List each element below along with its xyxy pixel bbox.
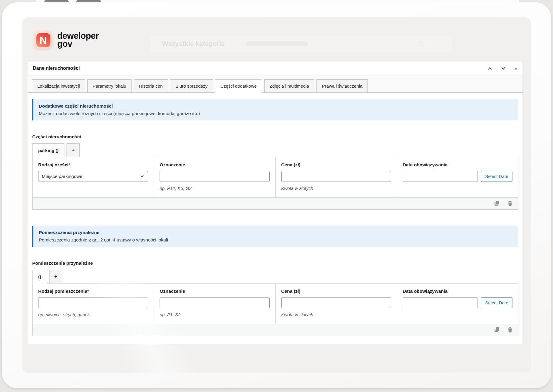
oznaczenie-input[interactable]	[160, 171, 269, 182]
notice-title: Dodatkowe części nieruchomości	[39, 103, 513, 109]
cena-input-2[interactable]	[281, 297, 391, 308]
search-category-dropdown[interactable]: Wszystkie kategorie	[162, 40, 225, 48]
metabox-title: Dane nieruchomości	[33, 66, 80, 71]
group1-field-row: Rodzaj części* Miejsce parkingowe	[33, 157, 518, 197]
logo-icon: N	[34, 30, 53, 49]
rodzaj-czesci-select[interactable]: Miejsce parkingowe	[38, 171, 148, 182]
metabox-tab-bar: Lokalizacja inwestycji Parametry lokalu …	[28, 75, 523, 93]
rodzaj-pomieszczenia-input[interactable]	[38, 297, 148, 308]
logo-wordmark: deweloper gov	[57, 32, 99, 48]
group2-field-row: Rodzaj pomieszczenia* np. piwnica, stryc…	[33, 283, 518, 324]
tab-panel-czesci-dodatkowe: Dodatkowe części nieruchomości Możesz do…	[28, 93, 523, 344]
field-label: Rodzaj pomieszczenia	[38, 289, 87, 294]
field-hint: Kwota w złotych	[281, 312, 391, 317]
delete-row-button[interactable]	[507, 200, 513, 207]
tab-prawa-i-swiadczenia[interactable]: Prawa i świadczenia	[316, 79, 368, 93]
required-mark: *	[87, 289, 89, 294]
duplicate-icon	[494, 327, 500, 333]
collapse-toggle-button[interactable]	[514, 66, 518, 70]
field-rodzaj-czesci: Rodzaj części* Miejsce parkingowe	[33, 157, 154, 197]
logo-letter-mark: N	[36, 33, 50, 47]
group2-box: Rodzaj pomieszczenia* np. piwnica, stryc…	[32, 283, 518, 336]
field-label: Rodzaj części	[38, 162, 69, 167]
app-screen: N deweloper gov Wszystkie kategorie	[22, 17, 531, 373]
logo-line2: gov	[57, 40, 99, 48]
metabox-dane-nieruchomosci: Dane nieruchomości Lokalizacja inwestycj…	[28, 61, 523, 344]
tab-czesci-dodatkowe[interactable]: Części dodatkowe	[215, 79, 262, 93]
field-data-obowiazywania-2: Data obowiązywania Select Date	[397, 283, 518, 324]
duplicate-icon	[494, 200, 500, 207]
select-date-button[interactable]: Select Date	[481, 171, 512, 182]
notice-text: Pomieszczenia zgodnie z art. 2 ust. 4 us…	[39, 237, 513, 243]
delete-row-button-2[interactable]	[507, 327, 513, 333]
data-obowiazywania-input-2[interactable]	[403, 297, 478, 308]
notice-title: Pomieszczenia przynależne	[39, 230, 513, 235]
notice-pomieszczenia-przynalezne: Pomieszczenia przynależne Pomieszczenia …	[32, 226, 518, 247]
group1-row-tabs: parking () +	[32, 143, 518, 157]
search-icon[interactable]	[417, 40, 425, 48]
field-data-obowiazywania: Data obowiązywania Select Date	[397, 157, 518, 197]
notice-dodatkowe-czesci: Dodatkowe części nieruchomości Możesz do…	[32, 99, 518, 120]
group2-row-actions	[33, 324, 518, 336]
field-hint: np. P1, S2	[160, 312, 269, 317]
data-obowiazywania-input[interactable]	[403, 171, 478, 182]
field-hint: np. P12, K5, G3	[160, 186, 269, 191]
site-header: N deweloper gov Wszystkie kategorie	[22, 17, 531, 58]
trash-icon	[507, 200, 513, 207]
required-mark: *	[69, 162, 70, 167]
field-oznaczenie-2: Oznaczenie np. P1, S2	[154, 283, 275, 324]
group1-row-tab-parking[interactable]: parking ()	[32, 143, 64, 157]
group1-add-row-button[interactable]: +	[67, 143, 80, 157]
chevron-up-icon	[487, 66, 493, 71]
field-hint: Kwota w złotych	[281, 186, 391, 191]
notice-text: Możesz dodać wiele różnych części (miejs…	[39, 111, 513, 116]
field-label: Data obowiązywania	[403, 289, 512, 294]
logo-line1: deweloper	[57, 32, 99, 40]
oznaczenie-input-2[interactable]	[160, 297, 269, 308]
field-cena-2: Cena (zł) Kwota w złotych	[276, 283, 397, 324]
field-label: Oznaczenie	[160, 162, 269, 168]
metabox-header: Dane nieruchomości	[28, 61, 523, 75]
move-down-button[interactable]	[501, 66, 506, 71]
tab-zdjecia-i-multimedia[interactable]: Zdjęcia i multimedia	[264, 79, 315, 93]
tab-biuro-sprzedazy[interactable]: Biuro sprzedaży	[170, 79, 213, 93]
chevron-down-icon	[501, 66, 506, 71]
duplicate-row-button[interactable]	[494, 200, 500, 207]
move-up-button[interactable]	[487, 66, 493, 71]
logo-letter: N	[40, 35, 47, 45]
group2-add-row-button[interactable]: +	[49, 270, 62, 283]
trash-icon	[507, 327, 513, 333]
group2-row-tab[interactable]: ()	[32, 270, 47, 283]
group1-row-actions	[33, 197, 518, 209]
tab-historia-cen[interactable]: Historia cen	[134, 79, 168, 93]
logo: N deweloper gov	[34, 30, 99, 49]
field-hint: np. piwnica, strych, ganek	[38, 312, 148, 317]
group2-label: Pomieszczenia przynależne	[32, 261, 518, 266]
field-rodzaj-pomieszczenia: Rodzaj pomieszczenia* np. piwnica, stryc…	[33, 283, 154, 324]
field-label: Oznaczenie	[160, 289, 269, 294]
group1-label: Części nieruchomości	[32, 134, 518, 140]
field-oznaczenie: Oznaczenie np. P12, K5, G3	[154, 157, 275, 197]
device-frame: N deweloper gov Wszystkie kategorie	[2, 2, 551, 388]
cena-input[interactable]	[281, 171, 391, 182]
triangle-up-icon	[514, 66, 518, 70]
field-label: Cena (zł)	[281, 289, 391, 294]
tab-lokalizacja-inwestycji[interactable]: Lokalizacja inwestycji	[32, 79, 85, 93]
field-label: Data obowiązywania	[403, 162, 512, 168]
duplicate-row-button-2[interactable]	[494, 327, 500, 333]
metabox-controls	[487, 66, 518, 71]
group2-row-tabs: () +	[32, 270, 518, 283]
field-label: Cena (zł)	[281, 162, 391, 168]
group1-box: Rodzaj części* Miejsce parkingowe	[32, 157, 518, 210]
tab-parametry-lokalu[interactable]: Parametry lokalu	[87, 79, 132, 93]
search-input[interactable]	[245, 41, 308, 46]
search-bar[interactable]: Wszystkie kategorie	[150, 36, 452, 52]
field-cena: Cena (zł) Kwota w złotych	[276, 157, 397, 197]
select-date-button-2[interactable]: Select Date	[481, 297, 512, 308]
